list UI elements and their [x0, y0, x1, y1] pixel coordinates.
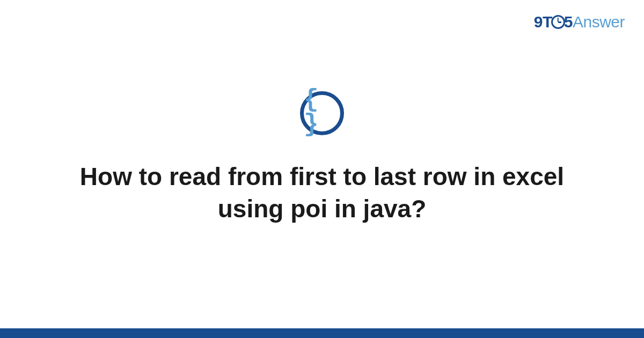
main-content: { } How to read from first to last row i… — [0, 0, 644, 338]
category-icon-circle: { } — [300, 91, 344, 135]
code-braces-icon: { } — [304, 87, 340, 137]
question-title: How to read from first to last row in ex… — [64, 161, 580, 225]
footer-accent-bar — [0, 328, 644, 338]
